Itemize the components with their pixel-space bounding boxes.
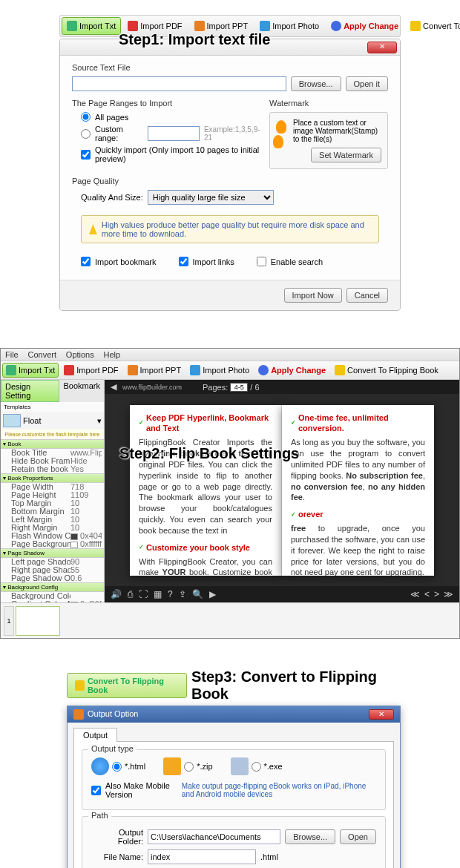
source-file-input[interactable] <box>72 76 286 91</box>
sound-icon[interactable]: 🔊 <box>111 589 122 599</box>
import-photo-label: Import Photo <box>272 22 319 30</box>
template-name: Float <box>23 416 41 425</box>
tab-design[interactable]: Design Setting <box>1 380 59 402</box>
template-thumb <box>3 414 21 427</box>
browse-button[interactable]: Browse... <box>285 829 335 844</box>
import-dialog: ✕ Source Text File Browse... Open it The… <box>59 39 401 311</box>
links-checkbox[interactable] <box>179 257 188 266</box>
thumb-number: 1 <box>4 606 14 636</box>
page-total: / 6 <box>250 383 259 392</box>
share-icon[interactable]: ⇪ <box>179 589 186 599</box>
step3-section: Convert To Flipping Book Step3: Convert … <box>0 668 460 868</box>
apply-change-button[interactable]: Apply Change <box>326 17 404 35</box>
step2-label: Step2: Flip Book Settings <box>119 445 299 462</box>
warning-box: High values produce better page quality … <box>81 215 379 243</box>
page-left: Keep PDF Hyperlink, Bookmark and Text Fl… <box>130 405 282 576</box>
html-radio[interactable] <box>112 762 122 772</box>
prev-page-icon[interactable]: < <box>424 589 430 599</box>
file-name-input[interactable] <box>148 849 256 864</box>
search-checkbox[interactable] <box>257 257 266 266</box>
output-tab[interactable]: Output <box>73 728 117 742</box>
tb-convert[interactable]: Convert To Flipping Book <box>331 363 442 378</box>
custom-range-radio[interactable] <box>81 129 91 139</box>
open-button[interactable]: Open it <box>346 76 388 91</box>
menu-bar: File Convert Options Help <box>1 349 459 361</box>
autoflip-icon[interactable]: ▶ <box>209 589 216 599</box>
convert-chip[interactable]: Convert To Flipping Book <box>67 673 187 698</box>
path-label: Path <box>88 811 111 820</box>
apply-icon <box>258 365 269 375</box>
menu-help[interactable]: Help <box>104 350 121 359</box>
source-label: Source Text File <box>72 63 388 72</box>
html-icon <box>91 757 109 775</box>
import-txt-label: Import Txt <box>79 22 116 30</box>
main-toolbar: Import Txt Import PDF Import PPT Import … <box>1 361 459 380</box>
ppt-icon <box>128 365 138 375</box>
pdf-icon <box>128 21 138 31</box>
set-watermark-button[interactable]: Set Watermark <box>311 148 381 162</box>
apply-icon <box>331 21 341 31</box>
tb-import-ppt[interactable]: Import PPT <box>124 363 185 378</box>
output-folder-input[interactable] <box>148 829 280 844</box>
menu-convert[interactable]: Convert <box>28 350 57 359</box>
tb-import-txt[interactable]: Import Txt <box>2 363 59 378</box>
quick-import-label: Quickly import (Only import 10 pages to … <box>95 145 262 163</box>
last-page-icon[interactable]: ≫ <box>444 589 453 599</box>
zip-radio[interactable] <box>184 762 194 772</box>
quality-combo[interactable]: High quality large file size <box>148 190 274 205</box>
print-icon[interactable]: ⎙ <box>128 589 133 599</box>
open-button[interactable]: Open <box>340 829 376 844</box>
thumb-icon[interactable]: ▦ <box>154 589 162 599</box>
menu-file[interactable]: File <box>5 350 19 359</box>
path-group: Path Output Folder: Browse... Open File … <box>82 816 386 868</box>
output-type-label: Output type <box>88 744 137 753</box>
all-pages-radio[interactable] <box>81 112 91 122</box>
close-button[interactable]: ✕ <box>367 42 397 53</box>
custom-range-label: Custom range: <box>95 125 143 142</box>
file-name-label: File Name: <box>91 852 143 861</box>
step1-label: Step1: Import text file <box>119 31 270 48</box>
import-txt-button[interactable]: Import Txt <box>62 17 121 35</box>
page-right: One-time fee, unlimited conversion. As l… <box>282 405 434 576</box>
mobile-checkbox[interactable] <box>91 786 101 795</box>
bookmark-checkbox[interactable] <box>81 257 91 266</box>
tb-import-photo[interactable]: Import Photo <box>186 363 253 378</box>
help-icon[interactable]: ? <box>168 589 173 599</box>
tb-import-pdf[interactable]: Import PDF <box>60 363 122 378</box>
thumbnail-strip: 1 <box>1 602 459 638</box>
first-page-icon[interactable]: ≪ <box>410 589 420 599</box>
page-input[interactable] <box>230 383 248 392</box>
tb-apply[interactable]: Apply Change <box>254 363 329 378</box>
step2-section: File Convert Options Help Import Txt Imp… <box>0 348 460 639</box>
quality-size-label: Quality And Size: <box>81 193 143 202</box>
txt-icon <box>67 21 77 31</box>
custom-range-input[interactable] <box>148 126 200 141</box>
thumb[interactable] <box>16 606 60 636</box>
tab-bookmark[interactable]: Bookmark <box>59 380 104 402</box>
pages-label: Pages: <box>203 383 228 392</box>
warning-text: High values produce better page quality … <box>102 220 371 238</box>
quick-import-checkbox[interactable] <box>81 150 91 160</box>
quality-label: Page Quality <box>72 177 388 185</box>
links-label: Import links <box>193 257 234 266</box>
ranges-label: The Page Ranges to Import <box>72 99 262 108</box>
mobile-label: Also Make Mobile Version <box>105 781 171 799</box>
next-page-icon[interactable]: > <box>434 589 439 599</box>
zoom-icon[interactable]: 🔍 <box>192 589 203 599</box>
convert-button[interactable]: Convert To Flippi <box>405 17 460 35</box>
property-tree[interactable]: ▾ BookBook Titlewww.FlipBuil...Hide Book… <box>1 439 104 602</box>
url-bar: www.flipBuilder.com <box>122 384 182 391</box>
close-button[interactable]: ✕ <box>369 709 394 720</box>
settings-sidebar: Design Setting Bookmark Templates Float … <box>1 380 105 602</box>
browse-button[interactable]: Browse... <box>291 76 341 91</box>
cancel-button[interactable]: Cancel <box>346 288 388 303</box>
menu-options[interactable]: Options <box>66 350 94 359</box>
exe-radio[interactable] <box>252 762 261 772</box>
output-title: Output Option <box>88 709 139 718</box>
all-pages-label: All pages <box>95 113 128 122</box>
fullscreen-icon[interactable]: ⛶ <box>139 589 148 599</box>
template-row[interactable]: Float ▾ <box>1 412 104 430</box>
output-folder-label: Output Folder: <box>91 828 143 846</box>
import-now-button[interactable]: Import Now <box>284 288 342 303</box>
step1-section: Import Txt Import PDF Import PPT Import … <box>0 0 460 326</box>
